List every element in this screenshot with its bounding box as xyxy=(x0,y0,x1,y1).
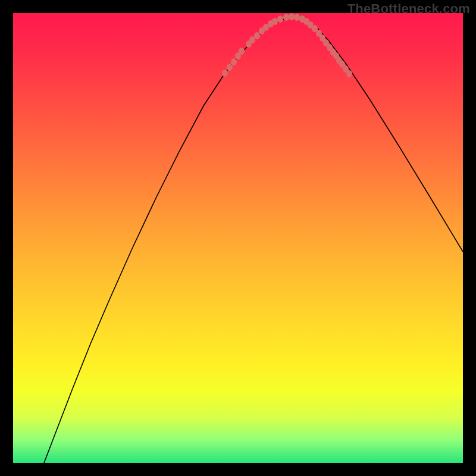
curve-marker xyxy=(249,36,255,43)
curve-marker xyxy=(227,64,233,71)
curve-marker xyxy=(254,32,260,39)
watermark-text: TheBottleneck.com xyxy=(347,1,470,17)
bottleneck-curve xyxy=(44,17,463,463)
chart-frame xyxy=(13,13,463,463)
curve-markers xyxy=(222,13,352,77)
curve-marker xyxy=(283,14,289,21)
curve-marker xyxy=(277,15,283,23)
curve-marker xyxy=(239,48,245,55)
curve-marker xyxy=(289,13,295,20)
curve-marker xyxy=(346,70,352,77)
curve-marker xyxy=(231,58,237,65)
curve-marker xyxy=(294,14,300,21)
bottleneck-chart-svg xyxy=(13,13,463,463)
curve-marker xyxy=(222,70,228,77)
curve-marker xyxy=(272,18,278,25)
